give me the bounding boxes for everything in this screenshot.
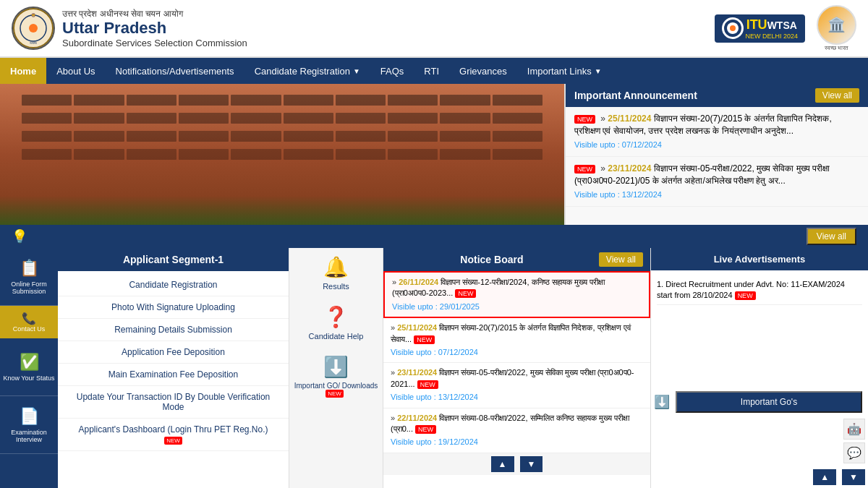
nav-faqs[interactable]: FAQs — [370, 58, 414, 84]
notice-date-3: 23/11/2024 — [397, 368, 437, 377]
dropdown-arrow: ▼ — [353, 67, 360, 75]
nav-candidate-reg[interactable]: Candidate Registration ▼ — [244, 58, 370, 84]
notice-item-2[interactable]: » 25/11/2024 विज्ञापन संख्या-20(7)/2015 … — [383, 318, 650, 363]
ann-date-1: 25/11/2024 — [608, 114, 651, 124]
live-ads-content: 1. Direct Recruitment under Advt. No: 11… — [651, 270, 868, 385]
notice-date-1: 26/11/2024 — [399, 278, 438, 286]
nav-grievances[interactable]: Grievances — [449, 58, 517, 84]
nav-important-links[interactable]: Important Links ▼ — [517, 58, 612, 84]
live-advertisements: Live Advertisements 1. Direct Recruitmen… — [651, 248, 868, 488]
notice-new-1: NEW — [455, 289, 476, 298]
download-icon-2: ⬇️ — [654, 394, 670, 410]
dashboard-new-badge: NEW — [164, 437, 182, 445]
notice-item-4[interactable]: » 22/11/2024 विज्ञापन संख्या-08-परीक्षा/… — [383, 408, 650, 453]
dropdown-arrow-2: ▼ — [595, 67, 602, 75]
notice-visible-1: Visible upto : 29/01/2025 — [392, 301, 642, 312]
seg-update-transaction[interactable]: Update Your Transaction ID By Double Ver… — [58, 386, 289, 419]
notice-board-header: Notice Board View all — [383, 248, 650, 271]
sidebar-exam-interview[interactable]: 📄 Examination Interview — [0, 396, 58, 454]
chat-icon-btn[interactable]: 💬 — [843, 442, 865, 463]
ads-icon-group: 🤖 💬 — [654, 419, 865, 463]
results-label: Results — [323, 282, 349, 291]
notice-nav-down[interactable]: ▼ — [520, 456, 543, 472]
nav-about[interactable]: About Us — [46, 58, 105, 84]
live-ads-header: Live Advertisements — [651, 248, 868, 270]
applicant-segment-list: Candidate Registration Photo With Signat… — [58, 271, 289, 488]
help-icon: ❓ — [323, 305, 349, 329]
ads-nav-down[interactable]: ▼ — [842, 469, 865, 485]
notice-view-all[interactable]: View all — [599, 252, 643, 267]
ads-nav: ▲ ▼ — [651, 466, 868, 488]
sidebar-exam-label: Examination Interview — [3, 429, 55, 443]
svg-text:🦁: 🦁 — [31, 13, 36, 18]
banner-view-all[interactable]: View all — [807, 228, 856, 245]
candidate-help-btn[interactable]: ❓ Candidate Help — [309, 305, 364, 341]
notice-visible-2: Visible upto : 07/12/2024 — [391, 347, 643, 358]
notice-date-4: 22/11/2024 — [397, 414, 437, 422]
contact-label: Contact Us — [13, 325, 46, 333]
seg-app-fee[interactable]: Application Fee Deposition — [58, 341, 289, 364]
main-nav: Home About Us Notifications/Advertisemen… — [0, 58, 868, 84]
seg-main-exam-fee[interactable]: Main Examination Fee Deposition — [58, 364, 289, 386]
contact-us-button[interactable]: 📞 Contact Us — [0, 306, 58, 338]
announcements-header: Important Announcement View all — [566, 84, 868, 107]
results-btn[interactable]: 🔔 Results — [323, 255, 349, 291]
ad-number-1: 1. — [657, 280, 663, 288]
notice-nav-up[interactable]: ▲ — [491, 456, 514, 472]
notice-item-3[interactable]: » 23/11/2024 विज्ञापन संख्या-05-परीक्षा/… — [383, 363, 650, 408]
itu-new-delhi: NEW DELHI 2024 — [745, 33, 798, 40]
go-new-badge: NEW — [326, 390, 344, 398]
seg-dashboard[interactable]: Applicant's Dashboard (Login Thru PET Re… — [58, 419, 289, 451]
header-right: ITUWTSA NEW DELHI 2024 🏛️ स्वच्छ भारत — [715, 5, 856, 52]
sidebar-know-status[interactable]: ✅ Know Your Status — [0, 338, 58, 396]
announcement-item-1[interactable]: NEW » 25/11/2024 विज्ञापन संख्या-20(7)/2… — [566, 107, 868, 157]
notice-item-1[interactable]: » 26/11/2024 विज्ञापन संख्या-12-परीक्षा/… — [383, 271, 650, 318]
svg-text:सत्यमेव: सत्यमेव — [29, 41, 38, 45]
itu-label: ITUWTSA — [745, 17, 798, 33]
exam-icon: 📄 — [20, 407, 39, 426]
notice-new-2: NEW — [414, 335, 435, 344]
notice-date-2: 25/11/2024 — [397, 323, 437, 332]
ann-visible-1: Visible upto : 07/12/2024 — [574, 140, 859, 150]
notice-new-3: NEW — [417, 380, 438, 389]
hero-section: Important Announcement View all NEW » 25… — [0, 84, 868, 225]
notice-new-4: NEW — [415, 425, 436, 434]
seg-candidate-reg[interactable]: Candidate Registration — [58, 274, 289, 296]
ann-visible-2: Visible upto : 13/12/2024 — [574, 189, 859, 200]
android-icon-btn[interactable]: 🤖 — [843, 419, 865, 440]
org-logo: 🦁 सत्यमेव — [12, 7, 55, 50]
announcements-title: Important Announcement — [574, 90, 697, 101]
download-icon: ⬇️ — [323, 355, 349, 379]
form-icon: 📋 — [20, 259, 39, 278]
help-label: Candidate Help — [309, 332, 364, 341]
important-gos-button[interactable]: Important Go's — [676, 391, 862, 413]
live-ad-1[interactable]: 1. Direct Recruitment under Advt. No: 11… — [657, 276, 862, 305]
sidebar-online-label: Online Form Submission — [3, 281, 55, 295]
applicant-segment-header: Applicant Segment-1 — [58, 248, 289, 271]
nav-rti[interactable]: RTI — [414, 58, 449, 84]
nav-home[interactable]: Home — [0, 58, 46, 84]
announcements-view-all[interactable]: View all — [815, 88, 859, 103]
announcements-panel: Important Announcement View all NEW » 25… — [564, 84, 868, 225]
notice-visible-4: Visible upto : 19/12/2024 — [391, 437, 643, 448]
applicant-segment: Applicant Segment-1 Candidate Registrati… — [58, 248, 289, 488]
notice-nav: ▲ ▼ — [383, 453, 650, 475]
seg-remaining-details[interactable]: Remaining Details Submission — [58, 319, 289, 341]
go-label: Important GO/ Downloads — [294, 382, 378, 390]
hero-image — [0, 84, 564, 225]
sidebar-online-form[interactable]: 📋 Online Form Submission — [0, 248, 58, 306]
notice-visible-3: Visible upto : 13/12/2024 — [391, 392, 643, 403]
bottom-banner: 💡 View all — [0, 225, 868, 248]
svg-point-2 — [29, 24, 38, 33]
results-column: 🔔 Results ❓ Candidate Help ⬇️ Important … — [289, 248, 383, 488]
ann-date-2: 23/11/2024 — [608, 163, 651, 174]
download-row: ⬇️ Important Go's — [654, 388, 865, 416]
important-go-btn[interactable]: ⬇️ Important GO/ Downloads NEW — [294, 355, 378, 398]
status-icon: ✅ — [20, 353, 39, 372]
new-badge-2: NEW — [574, 165, 595, 174]
notice-board: Notice Board View all » 26/11/2024 विज्ञ… — [383, 248, 651, 488]
nav-notifications[interactable]: Notifications/Advertisements — [106, 58, 244, 84]
seg-photo-signature[interactable]: Photo With Signature Uploading — [58, 296, 289, 319]
ads-nav-up[interactable]: ▲ — [813, 469, 836, 485]
announcement-item-2[interactable]: NEW » 23/11/2024 विज्ञापन संख्या-05-परीक… — [566, 157, 868, 207]
